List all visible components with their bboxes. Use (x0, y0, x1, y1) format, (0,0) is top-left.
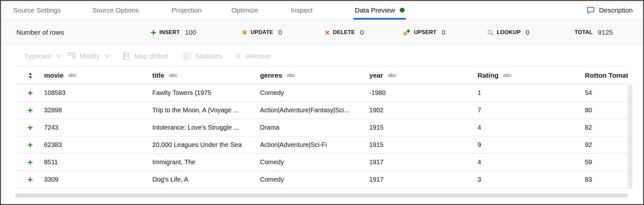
upsert-icon (403, 29, 411, 36)
toolbar-typecast-button[interactable]: Typecast (24, 46, 60, 66)
column-name: movie (44, 72, 64, 79)
stat-label: LOOKUP (497, 29, 521, 36)
chevron-down-icon (56, 53, 61, 58)
table-cell: 20,000 Leagues Under the Sea (152, 141, 260, 149)
delete-x-icon (325, 30, 330, 35)
row-plus-icon (28, 90, 33, 96)
column-header-genres[interactable]: genresabc (260, 72, 369, 79)
toolbar-remove-button[interactable]: Remove (234, 46, 271, 66)
table-cell: 54 (585, 89, 628, 97)
tab-optimize[interactable]: Optimize (231, 1, 258, 19)
vertical-scrollbar[interactable] (628, 85, 632, 189)
stat-total-label: TOTAL (575, 29, 593, 36)
column-header-year[interactable]: yearabc (369, 72, 478, 79)
statistics-icon (183, 52, 191, 60)
table-cell: 8511 (44, 158, 152, 166)
table-row[interactable]: 7243Intolerance: Love's Struggle ...Dram… (16, 119, 628, 136)
tab-label: Source Settings (13, 6, 61, 14)
stat-value: 0 (278, 29, 282, 36)
table-cell: 80 (585, 107, 628, 114)
table-cell: 9 (478, 141, 585, 149)
table-cell: 108583 (44, 89, 152, 97)
table-row[interactable]: 3309Dog's Life, AComedy1917383 (16, 171, 628, 188)
table-row[interactable]: 32898Trip to the Moon, A (Voyage ...Acti… (16, 102, 628, 119)
table-cell: Intolerance: Love's Struggle ... (152, 124, 260, 131)
column-header-rating[interactable]: Ratingabc (478, 72, 585, 79)
data-flow-preview-panel: Description Source SettingsSource Option… (0, 0, 644, 205)
tab-data-preview[interactable]: Data Preview (355, 1, 405, 19)
column-type-abc: abc (169, 73, 177, 78)
column-name: genres (260, 72, 282, 79)
table-cell: 32898 (44, 107, 152, 114)
row-plus-icon (28, 125, 33, 130)
column-type-abc: abc (68, 73, 77, 78)
insert-plus-icon (151, 30, 156, 35)
tab-source-options[interactable]: Source Options (92, 1, 139, 19)
horizontal-scrollbar[interactable] (15, 193, 628, 198)
table-cell: Action|Adventure|Fantasy|Sci... (260, 107, 369, 114)
table-cell: 83 (585, 176, 628, 183)
tab-label: Source Options (92, 6, 139, 14)
row-insert-indicator (16, 90, 44, 96)
table-row[interactable]: 8511Immigrant, TheComedy1917459 (16, 154, 628, 171)
toolbar: TypecastModifyMap driftedStatisticsRemov… (1, 46, 643, 66)
column-header-title[interactable]: titleabc (152, 72, 260, 79)
tab-bar: Description Source SettingsSource Option… (1, 1, 643, 20)
stat-upsert: UPSERT0 (403, 20, 445, 45)
table-cell: 92 (585, 141, 628, 149)
toolbar-item-label: Typecast (24, 52, 51, 60)
row-plus-icon (28, 160, 33, 165)
table-header-row: movieabctitleabcgenresabcyearabcRatingab… (16, 66, 628, 84)
tab-label: Projection (172, 6, 201, 14)
stat-total-value: 9125 (598, 29, 613, 36)
update-asterisk-icon (242, 30, 247, 35)
column-name: title (152, 72, 164, 79)
column-name: Rating (478, 72, 498, 79)
table-cell: 82 (585, 124, 628, 131)
table-body: 108583Fawlty Towers (1975Comedy-19801543… (16, 84, 628, 188)
table-cell: 3 (478, 176, 585, 183)
toolbar-item-label: Remove (246, 52, 271, 60)
table-row[interactable]: 6238320,000 Leagues Under the SeaAction|… (16, 136, 628, 154)
table-cell: 62383 (44, 141, 152, 149)
row-insert-indicator (16, 108, 44, 113)
table-cell: Drama (260, 124, 369, 131)
table-cell: 1915 (369, 141, 478, 149)
table-cell: Fawlty Towers (1975 (152, 89, 260, 97)
stat-label: UPDATE (251, 29, 273, 36)
toolbar-map-drifted-button[interactable]: Map drifted (122, 46, 168, 66)
tab-inspect[interactable]: Inspect (291, 1, 313, 19)
table-cell: Comedy (260, 176, 369, 183)
column-header-rotton-tomato[interactable]: Rotton Tomato (585, 72, 628, 79)
table-cell: 7 (478, 107, 585, 114)
description-button[interactable]: Description (586, 1, 633, 19)
tab-label: Optimize (231, 6, 258, 14)
stat-insert: INSERT100 (151, 20, 196, 45)
description-label: Description (599, 6, 633, 14)
toolbar-statistics-button[interactable]: Statistics (183, 46, 222, 66)
lookup-magnifier-icon (487, 29, 494, 36)
tab-projection[interactable]: Projection (172, 1, 201, 19)
stat-delete: DELETE0 (325, 20, 364, 45)
table-cell: 7243 (44, 124, 152, 131)
toolbar-item-label: Map drifted (134, 52, 168, 60)
tab-source-settings[interactable]: Source Settings (13, 1, 61, 19)
table-cell: Dog's Life, A (152, 176, 260, 183)
column-type-abc: abc (503, 73, 512, 78)
stat-label: INSERT (159, 29, 180, 36)
stat-update: UPDATE0 (242, 20, 282, 45)
tab-label: Data Preview (355, 6, 395, 14)
row-plus-icon (28, 177, 33, 182)
table-cell: 4 (478, 124, 585, 131)
table-row[interactable]: 108583Fawlty Towers (1975Comedy-1980154 (16, 84, 628, 102)
toolbar-modify-button[interactable]: Modify (67, 46, 109, 66)
table-cell: -1980 (369, 89, 478, 97)
table-cell: 1 (478, 89, 585, 97)
stat-value: 0 (442, 29, 445, 36)
tab-label: Inspect (291, 6, 313, 14)
column-type-abc: abc (287, 73, 295, 78)
table-cell: 1917 (369, 176, 478, 183)
table-cell: Immigrant, The (152, 158, 260, 166)
column-header-movie[interactable]: movieabc (44, 72, 152, 79)
sort-column-header[interactable] (16, 72, 44, 79)
